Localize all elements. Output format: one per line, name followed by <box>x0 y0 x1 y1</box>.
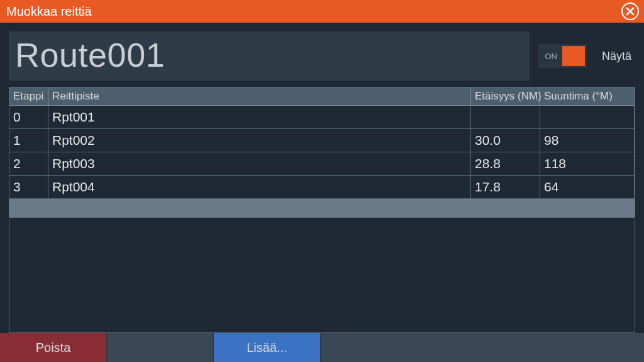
col-distance: Etäisyys (NM) <box>471 88 540 106</box>
cell-leg: 1 <box>9 129 48 152</box>
delete-button[interactable]: Poista <box>0 333 107 362</box>
col-waypoint: Reittipiste <box>48 88 471 106</box>
show-toggle[interactable]: ON <box>538 44 587 68</box>
cell-distance: 28.8 <box>471 152 540 176</box>
col-bearing: Suuntima (°M) <box>540 88 635 106</box>
show-label: Näytä <box>602 50 631 63</box>
table-row[interactable]: 1 Rpt002 30.0 98 <box>9 129 635 152</box>
add-button-label: Lisää... <box>247 341 287 355</box>
toggle-thumb <box>562 46 585 66</box>
cell-leg: 2 <box>9 152 48 176</box>
table-row[interactable]: 2 Rpt003 28.8 118 <box>9 152 635 176</box>
close-icon <box>626 7 635 16</box>
cell-distance <box>471 106 540 129</box>
table-row[interactable]: 3 Rpt004 17.8 64 <box>9 176 635 199</box>
footer-spacer <box>107 333 214 362</box>
cell-waypoint: Rpt001 <box>48 106 471 129</box>
cell-bearing: 64 <box>540 176 635 199</box>
cell-waypoint: Rpt002 <box>48 129 471 152</box>
cell-bearing: 118 <box>540 152 635 176</box>
cell-distance: 17.8 <box>471 176 540 199</box>
cell-bearing: 98 <box>540 129 635 152</box>
content-area: ON Näytä Etappi Reittipiste Etäisyys (NM… <box>0 23 644 333</box>
waypoint-table: Etappi Reittipiste Etäisyys (NM) Suuntim… <box>9 87 635 333</box>
add-button[interactable]: Lisää... <box>214 333 321 362</box>
cell-bearing <box>540 106 635 129</box>
cell-leg: 3 <box>9 176 48 199</box>
toggle-on-label: ON <box>545 52 557 61</box>
route-name-input[interactable] <box>9 31 530 81</box>
col-leg: Etappi <box>9 88 48 106</box>
table-empty-row[interactable] <box>9 199 635 218</box>
delete-button-label: Poista <box>36 341 71 355</box>
cell-waypoint: Rpt003 <box>48 152 471 176</box>
cell-leg: 0 <box>9 106 48 129</box>
footer-bar: Poista Lisää... <box>0 333 644 362</box>
table-row[interactable]: 0 Rpt001 <box>9 106 635 129</box>
cell-waypoint: Rpt004 <box>48 176 471 199</box>
table-filler <box>9 218 635 332</box>
titlebar: Muokkaa reittiä <box>0 0 644 23</box>
footer-filler <box>321 333 644 362</box>
close-button[interactable] <box>621 3 639 20</box>
top-row: ON Näytä <box>9 31 635 81</box>
table-header: Etappi Reittipiste Etäisyys (NM) Suuntim… <box>9 88 635 106</box>
window-title: Muokkaa reittiä <box>6 4 621 19</box>
cell-distance: 30.0 <box>471 129 540 152</box>
